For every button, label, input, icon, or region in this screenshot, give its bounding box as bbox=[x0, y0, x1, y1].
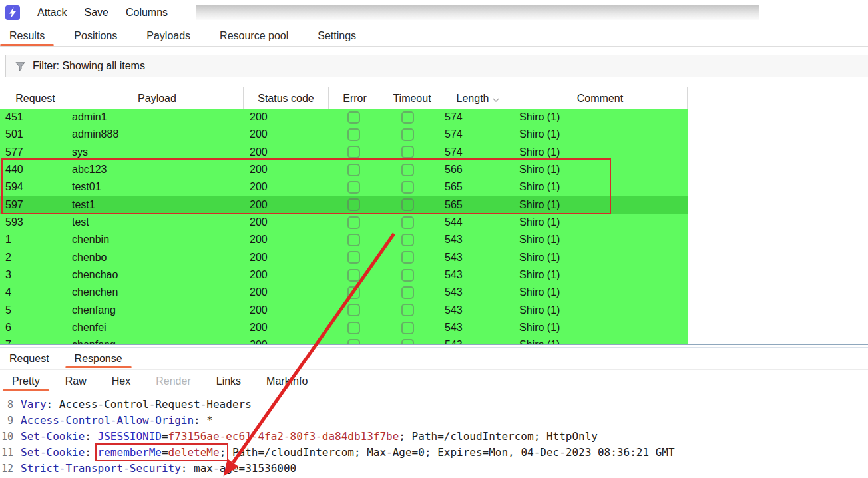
main-tab-resource-pool[interactable]: Resource pool bbox=[220, 25, 288, 46]
main-tab-payloads[interactable]: Payloads bbox=[146, 25, 190, 46]
cell-payload: chenfei bbox=[72, 319, 107, 336]
error-checkbox bbox=[347, 164, 360, 176]
cell-payload: chenbo bbox=[72, 249, 107, 266]
filter-bar[interactable]: Filter: Showing all items bbox=[5, 55, 868, 77]
view-tab-raw[interactable]: Raw bbox=[65, 370, 87, 393]
error-checkbox bbox=[347, 286, 360, 299]
table-row[interactable]: 594test01200565Shiro (1) bbox=[0, 178, 688, 196]
column-header-timeout[interactable]: Timeout bbox=[381, 87, 443, 109]
menu-save[interactable]: Save bbox=[84, 7, 108, 19]
http-segment: Access-Control-Allow-Origin bbox=[21, 414, 194, 427]
error-checkbox bbox=[347, 322, 360, 334]
main-tab-results[interactable]: Results bbox=[9, 25, 45, 46]
cell-status-code: 200 bbox=[250, 178, 268, 196]
timeout-checkbox bbox=[401, 146, 414, 158]
column-header-length[interactable]: Length bbox=[443, 87, 513, 109]
http-segment: Set-Cookie bbox=[21, 430, 85, 443]
cell-comment: Shiro (1) bbox=[519, 231, 560, 248]
main-tab-settings[interactable]: Settings bbox=[318, 25, 356, 46]
cell-payload: admin1 bbox=[72, 109, 107, 126]
table-row[interactable]: 593test200544Shiro (1) bbox=[0, 214, 688, 231]
error-checkbox bbox=[347, 269, 360, 282]
table-row[interactable]: 451admin1200574Shiro (1) bbox=[0, 109, 688, 126]
cell-length: 543 bbox=[445, 302, 463, 319]
cell-payload: test01 bbox=[72, 178, 101, 196]
cell-status-code: 200 bbox=[250, 214, 268, 231]
timeout-checkbox bbox=[401, 269, 414, 282]
table-row[interactable]: 6chenfei200543Shiro (1) bbox=[0, 319, 688, 336]
timeout-checkbox bbox=[401, 198, 414, 211]
table-row[interactable]: 7chenfeng200543Shiro (1) bbox=[0, 336, 688, 344]
error-checkbox bbox=[347, 128, 360, 141]
column-header-request[interactable]: Request bbox=[0, 87, 71, 109]
intruder-attack-window: Attack Save Columns ResultsPositionsPayl… bbox=[0, 0, 868, 478]
line-content: Access-Control-Allow-Origin: * bbox=[21, 413, 213, 429]
column-header-comment[interactable]: Comment bbox=[513, 87, 688, 109]
http-segment: Vary bbox=[21, 398, 47, 411]
table-row[interactable]: 5chenfang200543Shiro (1) bbox=[0, 302, 688, 319]
timeout-checkbox bbox=[401, 251, 414, 264]
error-checkbox bbox=[347, 251, 360, 264]
view-tab-markinfo[interactable]: MarkInfo bbox=[266, 370, 308, 393]
column-header-status-code[interactable]: Status code bbox=[244, 87, 329, 109]
cell-status-code: 200 bbox=[250, 266, 268, 284]
column-header-label: Request bbox=[15, 93, 55, 105]
table-row[interactable]: 4chenchen200543Shiro (1) bbox=[0, 284, 688, 301]
table-row[interactable]: 577sys200574Shiro (1) bbox=[0, 144, 688, 161]
filter-funnel-icon bbox=[15, 61, 26, 72]
menu-attack[interactable]: Attack bbox=[37, 7, 67, 19]
cell-comment: Shiro (1) bbox=[519, 302, 560, 319]
cell-status-code: 200 bbox=[250, 319, 268, 336]
cell-request: 4 bbox=[5, 284, 11, 301]
menu-columns[interactable]: Columns bbox=[126, 7, 168, 19]
cell-length: 574 bbox=[445, 109, 463, 126]
editor-tab-response[interactable]: Response bbox=[75, 348, 122, 369]
http-segment: Path=/cloudIntercom; Max-Age=0; Expires=… bbox=[226, 446, 674, 459]
http-line: 9Access-Control-Allow-Origin: * bbox=[0, 413, 868, 429]
http-segment: Strict-Transport-Security bbox=[21, 462, 181, 475]
main-tab-positions[interactable]: Positions bbox=[74, 25, 117, 46]
cell-request: 440 bbox=[5, 161, 23, 178]
cell-length: 574 bbox=[445, 126, 463, 143]
table-row[interactable]: 2chenbo200543Shiro (1) bbox=[0, 249, 688, 266]
cell-status-code: 200 bbox=[250, 336, 268, 344]
error-checkbox bbox=[347, 111, 360, 124]
timeout-checkbox bbox=[401, 128, 414, 141]
cell-length: 565 bbox=[445, 178, 463, 196]
column-header-label: Length bbox=[457, 93, 489, 105]
message-view-tabs: PrettyRawHexRenderLinksMarkInfo bbox=[0, 370, 868, 393]
cell-comment: Shiro (1) bbox=[519, 126, 560, 143]
timeout-checkbox bbox=[401, 181, 414, 194]
table-row[interactable]: 597test1200565Shiro (1) bbox=[0, 196, 688, 214]
cell-payload: chenchen bbox=[72, 284, 118, 301]
cell-comment: Shiro (1) bbox=[519, 144, 560, 161]
cell-request: 3 bbox=[5, 266, 11, 284]
error-checkbox bbox=[347, 146, 360, 158]
line-number: 8 bbox=[0, 397, 17, 413]
table-row[interactable]: 501admin888200574Shiro (1) bbox=[0, 126, 688, 143]
line-content: Vary: Access-Control-Request-Headers bbox=[21, 397, 252, 413]
cell-payload: chenbin bbox=[72, 231, 109, 248]
http-segment: ; Path=/cloudIntercom; HttpOnly bbox=[399, 430, 598, 443]
cell-status-code: 200 bbox=[250, 231, 268, 248]
cell-request: 577 bbox=[5, 144, 23, 161]
table-row[interactable]: 3chenchao200543Shiro (1) bbox=[0, 266, 688, 284]
column-header-error[interactable]: Error bbox=[329, 87, 381, 109]
cell-payload: test bbox=[72, 214, 89, 231]
cell-request: 5 bbox=[5, 302, 11, 319]
cell-status-code: 200 bbox=[250, 144, 268, 161]
editor-tab-request[interactable]: Request bbox=[9, 348, 49, 369]
view-tab-hex[interactable]: Hex bbox=[112, 370, 130, 393]
table-row[interactable]: 1chenbin200543Shiro (1) bbox=[0, 231, 688, 248]
cell-comment: Shiro (1) bbox=[519, 319, 560, 336]
view-tab-pretty[interactable]: Pretty bbox=[12, 370, 40, 393]
results-table-header: RequestPayloadStatus codeErrorTimeoutLen… bbox=[0, 87, 868, 109]
column-header-payload[interactable]: Payload bbox=[71, 87, 244, 109]
cell-payload: sys bbox=[72, 144, 88, 161]
cell-comment: Shiro (1) bbox=[519, 249, 560, 266]
view-tab-links[interactable]: Links bbox=[216, 370, 241, 393]
table-row[interactable]: 440abc123200566Shiro (1) bbox=[0, 161, 688, 178]
cell-length: 565 bbox=[445, 196, 463, 214]
error-checkbox bbox=[347, 198, 360, 211]
cell-request: 7 bbox=[5, 336, 11, 344]
